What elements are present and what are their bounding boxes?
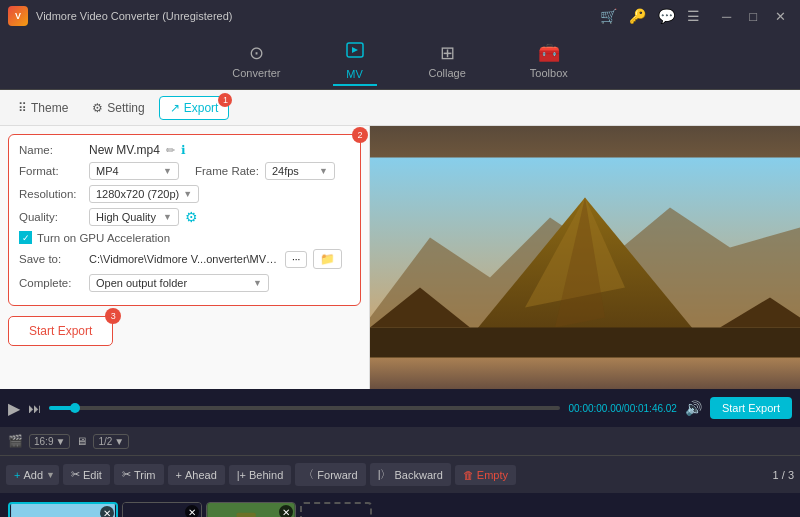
chat-icon[interactable]: 💬 [658,8,675,24]
nav-bar: ⊙ Converter MV ⊞ Collage 🧰 Toolbox [0,32,800,90]
add-button[interactable]: + Add ▼ [6,465,59,485]
add-media-button[interactable]: + [300,502,372,517]
complete-value-wrap: Open output folder ▼ [89,274,350,292]
edit-label: Edit [83,469,102,481]
gpu-checkbox[interactable]: ✓ [19,231,32,244]
behind-button[interactable]: |+ Behind [229,465,292,485]
progress-bar[interactable] [49,406,560,410]
export-form: 2 Name: New MV.mp4 ✏ ℹ Format: MP4 ▼ [8,134,361,306]
nav-toolbox[interactable]: 🧰 Toolbox [518,38,580,83]
nav-collage[interactable]: ⊞ Collage [417,38,478,83]
edit-icon: ✂ [71,468,80,481]
export-button-wrap: ↗ Export 1 [159,96,230,120]
quality-arrow: ▼ [114,436,124,447]
form-badge: 2 [352,127,368,143]
mv-icon [345,40,365,65]
trim-icon: ✂ [122,468,131,481]
trim-button[interactable]: ✂ Trim [114,464,164,485]
quality-row: Quality: High Quality ▼ ⚙ [19,208,350,226]
filmstrip: ✕ ▶ ✂ ♪ ✕ ✕ + [0,493,800,517]
quality-select-bar[interactable]: 1/2 ▼ [93,434,129,449]
film-thumb-2[interactable]: ✕ [122,502,202,517]
backward-label: Backward [395,469,443,481]
format-row: Format: MP4 ▼ Frame Rate: 24fps ▼ [19,162,350,180]
name-edit-icon[interactable]: ✏ [166,144,175,157]
video-icon: 🎬 [8,434,23,448]
menu-icon[interactable]: ☰ [687,8,700,24]
nav-collage-label: Collage [429,67,466,79]
forward-button[interactable]: 〈 Forward [295,463,365,486]
ahead-button[interactable]: + Ahead [168,465,225,485]
toolbar: ⠿ Theme ⚙ Setting ↗ Export 1 [0,90,800,126]
quality-arrow: ▼ [163,212,172,222]
resolution-label: Resolution: [19,188,89,200]
trim-label: Trim [134,469,156,481]
nav-toolbox-label: Toolbox [530,67,568,79]
progress-container[interactable] [49,406,560,410]
complete-selected: Open output folder [96,277,187,289]
play-button[interactable]: ▶ [8,399,20,418]
start-export-right-button[interactable]: Start Export [710,397,792,419]
time-display: 00:00:00.00/00:01:46.02 [568,403,676,414]
skip-back-icon[interactable]: ⏭ [28,401,41,416]
folder-button[interactable]: 📁 [313,249,342,269]
export-start-badge: 3 [105,308,121,324]
start-export-button[interactable]: Start Export [8,316,113,346]
quality-select[interactable]: High Quality ▼ [89,208,179,226]
forward-icon: 〈 [303,467,314,482]
maximize-button[interactable]: □ [743,7,763,26]
theme-button[interactable]: ⠿ Theme [8,97,78,119]
add-label: Add [23,469,43,481]
thumb-1-close[interactable]: ✕ [100,506,114,517]
close-button[interactable]: ✕ [769,7,792,26]
thumb-3-close[interactable]: ✕ [279,505,293,517]
quality-label: Quality: [19,211,89,223]
empty-icon: 🗑 [463,469,474,481]
framerate-arrow: ▼ [319,166,328,176]
add-icon: + [14,469,20,481]
volume-icon[interactable]: 🔊 [685,400,702,416]
video-preview-panel [370,126,800,389]
gpu-row: ✓ Turn on GPU Acceleration [19,231,350,244]
nav-mv[interactable]: MV [333,36,377,86]
minimize-button[interactable]: ─ [716,7,737,26]
empty-button[interactable]: 🗑 Empty [455,465,516,485]
setting-label: Setting [107,101,144,115]
complete-select[interactable]: Open output folder ▼ [89,274,269,292]
key-icon[interactable]: 🔑 [629,8,646,24]
name-row: Name: New MV.mp4 ✏ ℹ [19,143,350,157]
film-thumb-3[interactable]: ✕ [206,502,296,517]
quality-value-wrap: High Quality ▼ ⚙ [89,208,350,226]
collage-icon: ⊞ [440,42,455,64]
setting-button[interactable]: ⚙ Setting [82,97,154,119]
format-selected: MP4 [96,165,119,177]
toolbox-icon: 🧰 [538,42,560,64]
nav-converter[interactable]: ⊙ Converter [220,38,292,83]
empty-label: Empty [477,469,508,481]
video-bottom-bar: 🎬 16:9 ▼ 🖥 1/2 ▼ [0,427,800,455]
resolution-select[interactable]: 1280x720 (720p) ▼ [89,185,199,203]
nav-mv-label: MV [346,68,363,80]
framerate-select[interactable]: 24fps ▼ [265,162,335,180]
ratio-select[interactable]: 16:9 ▼ [29,434,70,449]
video-preview [370,126,800,389]
complete-label: Complete: [19,277,89,289]
ratio-arrow: ▼ [55,436,65,447]
setting-icon: ⚙ [92,101,103,115]
name-info-icon[interactable]: ℹ [181,143,186,157]
name-label: Name: [19,144,89,156]
page-count: 1 / 3 [773,469,794,481]
browse-button[interactable]: ··· [285,251,307,268]
film-thumb-1[interactable]: ✕ ▶ ✂ ♪ [8,502,118,517]
ratio-value: 16:9 [34,436,53,447]
quality-gear-icon[interactable]: ⚙ [185,209,198,225]
export-label: Export [184,101,219,115]
backward-button[interactable]: |〉 Backward [370,463,451,486]
backward-icon: |〉 [378,467,392,482]
edit-button[interactable]: ✂ Edit [63,464,110,485]
theme-label: Theme [31,101,68,115]
cart-icon[interactable]: 🛒 [600,8,617,24]
thumb-2-close[interactable]: ✕ [185,505,199,517]
format-select[interactable]: MP4 ▼ [89,162,179,180]
format-value-wrap: MP4 ▼ Frame Rate: 24fps ▼ [89,162,350,180]
